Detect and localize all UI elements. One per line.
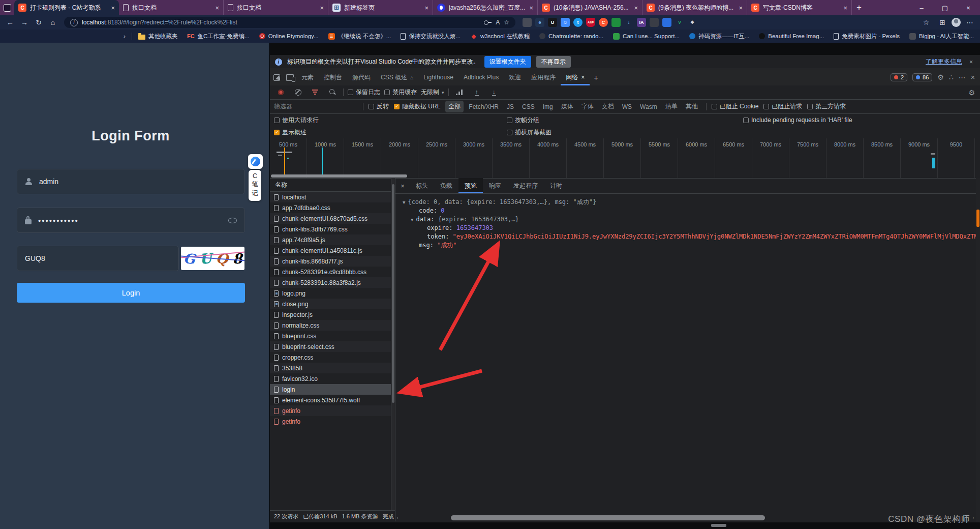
- devtools-tab[interactable]: 网络 △ ×: [561, 69, 590, 85]
- request-row[interactable]: inspector.js: [270, 309, 391, 320]
- detail-tab[interactable]: 计时: [544, 178, 568, 193]
- har-pending-checkbox[interactable]: Include pending requests in 'HAR' file: [743, 116, 852, 124]
- devtools-tab[interactable]: 控制台 △: [319, 69, 347, 85]
- add-favorite-icon[interactable]: ☆: [504, 19, 509, 26]
- export-har-icon[interactable]: ↓: [487, 86, 501, 99]
- adblock-plus-extension-icon[interactable]: ABP: [586, 18, 595, 27]
- request-row[interactable]: getinfo: [270, 405, 391, 416]
- bookmark-item[interactable]: Beautiful Free Imag...: [759, 33, 824, 39]
- import-har-icon[interactable]: ↑: [470, 86, 483, 99]
- network-conditions-icon[interactable]: [453, 86, 466, 99]
- resize-grip[interactable]: [711, 524, 726, 527]
- triangle-down-icon[interactable]: ▼: [403, 200, 405, 205]
- request-list-header[interactable]: 名称: [270, 178, 391, 192]
- scroll-left-icon[interactable]: ‹: [395, 515, 400, 520]
- browser-tab[interactable]: javasha256怎么加密_百度... ×: [433, 0, 538, 15]
- error-badge[interactable]: 2: [891, 73, 907, 81]
- password-key-icon[interactable]: [484, 20, 488, 25]
- bookmark-item[interactable]: Chatroulette: rando...: [539, 33, 603, 39]
- profile-avatar[interactable]: [952, 18, 961, 27]
- detail-tab[interactable]: 发起程序: [507, 178, 544, 193]
- record-icon[interactable]: [274, 86, 287, 99]
- download-icon[interactable]: ↓: [624, 18, 633, 27]
- filter-pill[interactable]: 全部: [445, 101, 464, 112]
- close-icon[interactable]: ×: [969, 58, 973, 66]
- note-widget[interactable]: C 笔 记: [248, 154, 263, 201]
- filter-icon[interactable]: [309, 86, 322, 99]
- request-row[interactable]: 353858: [270, 363, 391, 373]
- bookmark-item[interactable]: O Online Etymology...: [259, 33, 319, 39]
- throttling-select[interactable]: 无限制▾: [421, 88, 444, 97]
- sheets-extension-icon[interactable]: [611, 18, 621, 27]
- devtools-vertical-scrollbar[interactable]: [976, 178, 980, 522]
- tab-actions-icon[interactable]: [0, 0, 14, 15]
- request-row[interactable]: logo.png: [270, 288, 391, 299]
- forward-icon[interactable]: →: [17, 18, 32, 26]
- capture-screenshots-checkbox[interactable]: 捕获屏幕截图: [507, 128, 552, 137]
- browser-tab[interactable]: C 写文章-CSDN博客 ×: [747, 0, 852, 15]
- captcha-field[interactable]: GUQ8: [17, 246, 179, 271]
- note-widget-label[interactable]: C 笔 记: [249, 170, 261, 201]
- password-field[interactable]: •••••••••••: [17, 208, 245, 233]
- bird-extension-icon[interactable]: t: [573, 18, 583, 27]
- filter-pill[interactable]: Fetch/XHR: [466, 102, 502, 112]
- overview-scrollbar[interactable]: [271, 174, 407, 178]
- reload-icon[interactable]: ↻: [32, 18, 46, 26]
- network-settings-gear-icon[interactable]: ⚙: [968, 89, 975, 97]
- detail-tab[interactable]: 标头: [410, 178, 434, 193]
- close-icon[interactable]: ×: [320, 4, 324, 12]
- home-icon[interactable]: ⌂: [46, 18, 60, 26]
- filter-pill[interactable]: Img: [540, 102, 556, 112]
- filter-pill[interactable]: 其他: [683, 101, 701, 112]
- hide-data-urls-checkbox[interactable]: 隐藏数据 URL: [394, 102, 440, 111]
- browser-tab[interactable]: C 打卡规则列表 - C站考勤系 ×: [14, 0, 119, 15]
- filter-pill[interactable]: 清单: [662, 101, 681, 112]
- request-list-scrollbar[interactable]: [391, 178, 395, 510]
- detail-tab[interactable]: 预览: [458, 178, 483, 193]
- devtools-tab[interactable]: Lighthouse △: [418, 69, 458, 85]
- csdn-extension-icon[interactable]: C: [599, 18, 608, 27]
- scrollbar-thumb[interactable]: [451, 515, 765, 520]
- close-icon[interactable]: ×: [424, 4, 428, 12]
- network-overview-timeline[interactable]: 500 ms1000 ms1500 ms2000 ms2500 ms3000 m…: [270, 138, 976, 179]
- devtools-tab[interactable]: Adblock Plus △: [458, 69, 504, 85]
- favorites-bar-icon[interactable]: ☆: [919, 18, 933, 26]
- inspect-element-icon[interactable]: [270, 71, 283, 83]
- note-widget-icon[interactable]: [248, 154, 263, 169]
- browser-tab[interactable]: C (9条消息) 夜色架构师的博... ×: [642, 0, 747, 15]
- request-row[interactable]: chunk-5283391e.c9cd8bbb.css: [270, 267, 391, 277]
- ia-extension-icon[interactable]: IA: [637, 18, 646, 27]
- filter-pill[interactable]: JS: [504, 102, 517, 112]
- issues-badge[interactable]: 86: [912, 73, 932, 81]
- flag-extension-icon[interactable]: [662, 18, 671, 27]
- json-root-line[interactable]: ▼{code: 0, data: {expire: 1653647303,…},…: [395, 198, 976, 207]
- close-detail-icon[interactable]: ×: [395, 182, 410, 190]
- devtools-tab[interactable]: 欢迎 △: [504, 69, 526, 85]
- request-row[interactable]: favicon32.ico: [270, 373, 391, 384]
- show-overview-checkbox[interactable]: 显示概述: [274, 128, 307, 137]
- request-row[interactable]: getinfo: [270, 416, 391, 427]
- settings-gear-icon[interactable]: ⚙: [937, 73, 944, 81]
- read-aloud-icon[interactable]: A: [496, 19, 500, 26]
- address-bar[interactable]: i localhost:8183/#/login?redirect=%2Frul…: [64, 17, 515, 28]
- devtools-tab[interactable]: CSS 概述 △: [376, 69, 418, 85]
- request-row[interactable]: normalize.css: [270, 320, 391, 331]
- bookmark-item[interactable]: Can I use... Support...: [613, 33, 680, 40]
- u-black-extension-icon[interactable]: U: [548, 18, 557, 27]
- username-field[interactable]: admin: [17, 169, 245, 194]
- bookmark-item[interactable]: 免费素材图片 - Pexels: [834, 33, 900, 40]
- other-bookmarks-folder[interactable]: 其他收藏夹: [138, 33, 178, 40]
- close-icon[interactable]: ×: [111, 4, 115, 12]
- bookmark-item[interactable]: 保持交流就没人烦...: [401, 33, 461, 40]
- third-party-checkbox[interactable]: 第三方请求: [807, 102, 846, 111]
- browser-tab[interactable]: 接口文档 ×: [119, 0, 224, 15]
- close-icon[interactable]: ×: [634, 4, 638, 12]
- close-icon[interactable]: ×: [215, 4, 219, 12]
- bookmark-item[interactable]: ◆ w3school 在线教程: [470, 33, 530, 40]
- request-row[interactable]: chunk-libs.3dfb7769.css: [270, 224, 391, 234]
- devtools-tab[interactable]: 元素 △: [296, 69, 319, 85]
- face-extension-icon[interactable]: ☺: [561, 18, 570, 27]
- request-row[interactable]: chunk-elementUI.68c70ad5.css: [270, 213, 391, 224]
- filter-pill[interactable]: WS: [619, 102, 635, 112]
- request-row[interactable]: blueprint-select.css: [270, 341, 391, 352]
